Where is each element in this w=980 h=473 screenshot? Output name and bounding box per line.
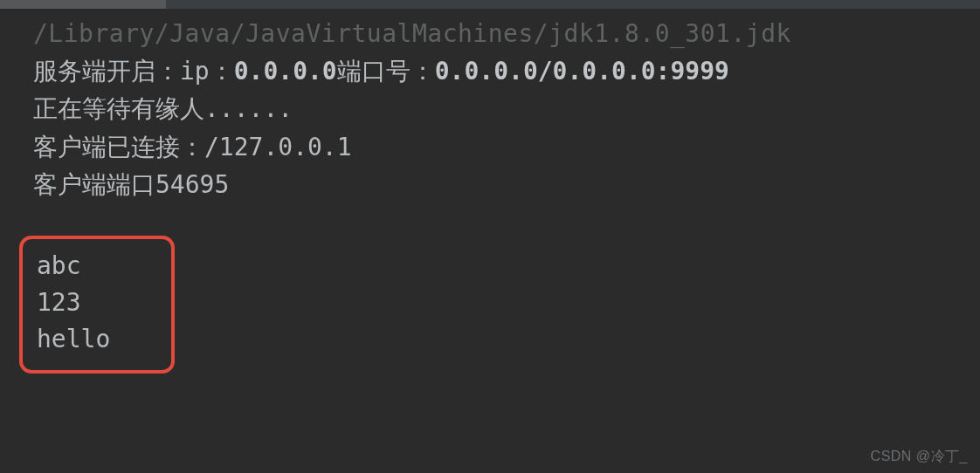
received-item: 123 (37, 284, 157, 321)
java-path-line: /Library/Java/JavaVirtualMachines/jdk1.8… (33, 16, 980, 52)
received-data-highlight: abc 123 hello (19, 236, 175, 374)
watermark-text: CSDN @冷丁_ (871, 448, 968, 466)
scrollbar-track (0, 0, 980, 9)
port-label: 端口号： (337, 57, 435, 86)
client-connected-value: /127.0.0.1 (204, 133, 352, 161)
ip-label: ip： (180, 57, 234, 86)
client-port-line: 客户端端口54695 (33, 166, 980, 203)
waiting-line: 正在等待有缘人...... (33, 90, 980, 127)
received-item: abc (37, 248, 157, 284)
received-item: hello (37, 321, 157, 358)
client-connected-label: 客户端已连接： (33, 133, 204, 161)
client-port-value: 54695 (155, 170, 229, 199)
port-value: 0.0.0.0/0.0.0.0:9999 (435, 57, 729, 86)
client-connected-line: 客户端已连接：/127.0.0.1 (33, 128, 980, 166)
server-start-line: 服务端开启：ip：0.0.0.0端口号：0.0.0.0/0.0.0.0:9999 (33, 52, 980, 90)
ip-value: 0.0.0.0 (234, 57, 337, 86)
client-port-label: 客户端端口 (33, 170, 155, 199)
server-start-prefix: 服务端开启： (33, 57, 180, 86)
console-output: /Library/Java/JavaVirtualMachines/jdk1.8… (0, 9, 980, 374)
scrollbar-thumb[interactable] (0, 0, 166, 9)
